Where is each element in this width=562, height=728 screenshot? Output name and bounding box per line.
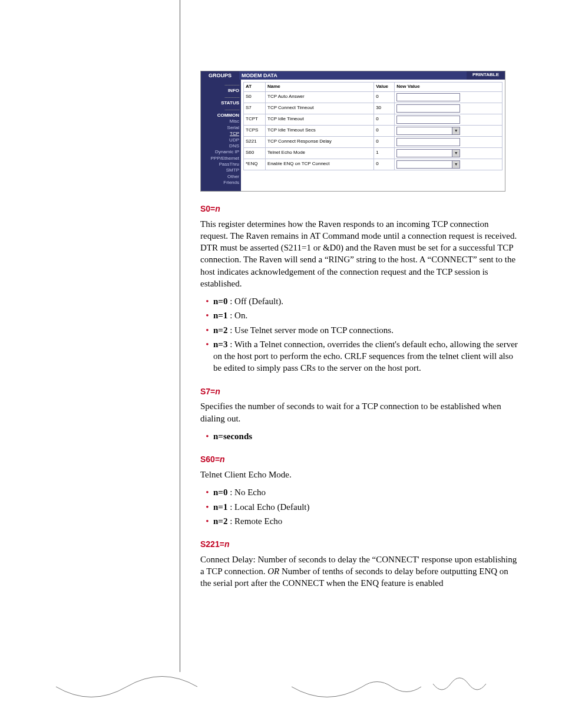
cell-name: TCP Auto Answer [266,91,374,103]
para-s221: Connect Delay: Number of seconds to dela… [200,554,518,589]
sidebar-item[interactable]: SMTP [201,167,239,173]
cell-value: 0 [374,136,395,147]
table-row: *ENQEnable ENQ on TCP Connect0▼ [244,159,503,170]
text-input[interactable] [396,138,460,146]
sidebar-info[interactable]: INFO [201,88,239,94]
list-item: n=1 : Local Echo (Default) [213,501,518,513]
main-content: GROUPS MODEM DATA PRINTABLE VIEW -------… [200,71,518,595]
sidebar-item[interactable]: PassThru [201,162,239,167]
th-at: AT [244,83,266,92]
left-column-rule [62,0,180,672]
list-s60: n=0 : No Echon=1 : Local Echo (Default)n… [200,486,518,527]
cell-name: TCP Idle Timeout [266,114,374,125]
cell-value: 0 [374,125,395,136]
list-s7: n=seconds [200,430,518,442]
sidebar-item[interactable]: Misc [201,118,239,124]
config-screenshot: GROUPS MODEM DATA PRINTABLE VIEW -------… [200,71,505,192]
shot-topbar: GROUPS MODEM DATA PRINTABLE VIEW [201,71,505,80]
cell-newvalue [395,136,503,147]
list-item: n=seconds [213,430,518,442]
dropdown-icon[interactable]: ▼ [396,127,460,135]
heading-s60-n: n [220,454,225,464]
sidebar-item[interactable]: DNS [201,143,239,149]
list-item: n=2 : Remote Echo [213,515,518,527]
dropdown-icon[interactable]: ▼ [396,160,460,169]
sidebar-item[interactable]: PPP/Ethernet [201,156,239,162]
sidebar-item[interactable]: Dynamic IP [201,149,239,155]
cell-newvalue: ▼ [395,159,503,170]
cell-at: S221 [244,136,266,147]
heading-s7-text: S7= [200,387,215,396]
sidebar-item[interactable]: Friends [201,180,239,186]
cell-value: 30 [374,103,395,114]
text-input[interactable] [396,93,460,101]
cell-at: TCPT [244,114,266,125]
heading-s60-text: S60= [200,454,220,464]
list-item: n=1 : On. [213,309,518,321]
heading-s7-n: n [215,387,220,396]
sidebar-sep: --------------- [201,82,239,88]
th-name: Name [266,83,374,92]
modem-data-tab: MODEM DATA [239,71,467,80]
cell-name: TCP Connect Response Delay [266,136,374,147]
cell-value: 0 [374,114,395,125]
cell-newvalue [395,114,503,125]
th-value: Value [374,83,395,92]
text-input[interactable] [396,104,460,113]
cell-at: S0 [244,91,266,103]
sidebar-item[interactable]: UDP [201,137,239,143]
cell-value: 0 [374,91,395,103]
sidebar-common[interactable]: COMMON [201,113,239,118]
cell-name: Enable ENQ on TCP Connect [266,159,374,170]
printable-view-link[interactable]: PRINTABLE VIEW [467,71,505,80]
cell-at: TCPS [244,125,266,136]
cell-name: TCP Connect Timeout [266,103,374,114]
cell-name: Telnet Echo Mode [266,147,374,159]
table-row: S0TCP Auto Answer0 [244,91,503,103]
cell-newvalue: ▼ [395,147,503,159]
text-input[interactable] [396,116,460,124]
sidebar-item[interactable]: Serial [201,125,239,131]
cell-at: S60 [244,147,266,159]
cell-newvalue [395,91,503,103]
list-item: n=3 : With a Telnet connection, override… [213,338,518,374]
groups-tab: GROUPS [201,71,239,80]
table-row: S221TCP Connect Response Delay0 [244,136,503,147]
cell-at: S7 [244,103,266,114]
cell-newvalue: ▼ [395,125,503,136]
sidebar-item-tcp[interactable]: TCP [201,131,239,137]
sidebar-sep: --------------- [201,107,239,113]
sidebar-item[interactable]: Other [201,174,239,180]
table-row: TCPSTCP Idle Timeout Secs0▼ [244,125,503,136]
config-sidebar: --------------- INFO --------------- STA… [201,80,241,191]
heading-s0-n: n [215,204,220,213]
heading-s221: S221=n [200,539,518,550]
heading-s60: S60=n [200,454,518,465]
list-s0: n=0 : Off (Default).n=1 : On.n=2 : Use T… [200,295,518,374]
table-row: TCPTTCP Idle Timeout0 [244,114,503,125]
heading-s221-n: n [224,539,230,549]
config-table: AT Name Value New Value S0TCP Auto Answe… [243,82,503,170]
para-s0: This register determines how the Raven r… [200,218,518,290]
list-item: n=0 : No Echo [213,486,518,498]
cell-value: 0 [374,159,395,170]
heading-s221-text: S221= [200,539,224,549]
cell-at: *ENQ [244,159,266,170]
table-row: S60Telnet Echo Mode1▼ [244,147,503,159]
para-s221-or: OR [267,566,279,576]
heading-s0-text: S0= [200,204,215,213]
sidebar-status[interactable]: STATUS [201,100,239,106]
heading-s0: S0=n [200,203,518,215]
heading-s7: S7=n [200,386,518,397]
sidebar-sep: --------------- [201,94,239,100]
list-item: n=2 : Use Telnet server mode on TCP conn… [213,324,518,336]
cell-value: 1 [374,147,395,159]
para-s60: Telnet Client Echo Mode. [200,469,518,480]
th-newv: New Value [395,83,503,92]
dropdown-icon[interactable]: ▼ [396,149,460,157]
para-s7: Specifies the number of seconds to wait … [200,400,518,424]
cell-newvalue [395,103,503,114]
footer-wave-icon [56,675,515,710]
cell-name: TCP Idle Timeout Secs [266,125,374,136]
list-item: n=0 : Off (Default). [213,295,518,307]
